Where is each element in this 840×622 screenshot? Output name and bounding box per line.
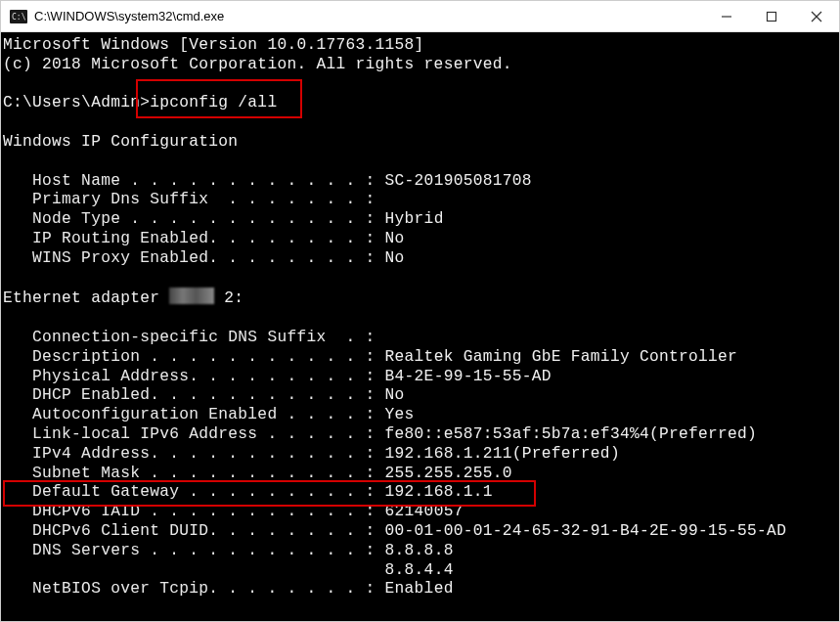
desc-label: Description . . . . . . . . . . . :	[3, 348, 385, 366]
iaid-label: DHCPv6 IAID . . . . . . . . . . . :	[3, 503, 385, 520]
llv6-label: Link-local IPv6 Address . . . . . :	[3, 425, 385, 443]
phys-label: Physical Address. . . . . . . . . :	[3, 368, 385, 385]
svg-text:C:\: C:\	[12, 13, 26, 22]
gateway-value: 192.168.1.1	[385, 483, 493, 501]
subnet-label: Subnet Mask . . . . . . . . . . . :	[3, 465, 385, 482]
dns-label: DNS Servers . . . . . . . . . . . :	[3, 542, 385, 559]
ipv4-label: IPv4 Address. . . . . . . . . . . :	[3, 445, 385, 463]
prompt-path: C:\Users\Admin>	[3, 94, 150, 111]
netbios-label: NetBIOS over Tcpip. . . . . . . . :	[3, 580, 385, 598]
minimize-button[interactable]	[704, 1, 749, 31]
iprouting-value: No	[385, 230, 405, 247]
connspec-label: Connection-specific DNS Suffix . :	[3, 329, 376, 346]
llv6-value: fe80::e587:53af:5b7a:ef34%4(Preferred)	[385, 425, 758, 443]
subnet-value: 255.255.255.0	[385, 465, 512, 482]
hostname-label: Host Name . . . . . . . . . . . . :	[3, 172, 385, 190]
titlebar[interactable]: C:\ C:\WINDOWS\system32\cmd.exe	[1, 1, 839, 32]
autoconf-label: Autoconfiguration Enabled . . . . :	[3, 406, 385, 423]
iprouting-label: IP Routing Enabled. . . . . . . . :	[3, 230, 385, 247]
cmd-window: C:\ C:\WINDOWS\system32\cmd.exe Microsof…	[0, 0, 840, 622]
dns-indent	[3, 561, 385, 579]
line-version: Microsoft Windows [Version 10.0.17763.11…	[3, 36, 424, 54]
line-copyright: (c) 2018 Microsoft Corporation. All righ…	[3, 56, 512, 73]
window-title: C:\WINDOWS\system32\cmd.exe	[34, 9, 224, 23]
cmd-icon: C:\	[9, 9, 28, 24]
winsproxy-label: WINS Proxy Enabled. . . . . . . . :	[3, 249, 385, 267]
primarydns-label: Primary Dns Suffix . . . . . . . :	[3, 191, 376, 208]
gateway-label: Default Gateway . . . . . . . . . :	[3, 483, 385, 501]
autoconf-value: Yes	[385, 406, 415, 423]
redacted-adapter-name	[169, 288, 214, 304]
ipv4-value: 192.168.1.211(Preferred)	[385, 445, 620, 463]
dns-value2: 8.8.4.4	[385, 561, 454, 579]
maximize-button[interactable]	[749, 1, 794, 31]
window-buttons	[704, 1, 839, 31]
netbios-value: Enabled	[385, 580, 454, 598]
section-wincfg: Windows IP Configuration	[3, 133, 238, 151]
phys-value: B4-2E-99-15-55-AD	[385, 368, 552, 385]
iaid-value: 62140057	[385, 503, 464, 520]
hostname-value: SC-201905081708	[385, 172, 532, 190]
dhcp-value: No	[385, 386, 405, 404]
nodetype-value: Hybrid	[385, 210, 444, 228]
nodetype-label: Node Type . . . . . . . . . . . . :	[3, 210, 385, 228]
section-adapter-post: 2:	[214, 289, 243, 307]
prompt-command: ipconfig /all	[150, 94, 277, 111]
desc-value: Realtek Gaming GbE Family Controller	[385, 348, 738, 366]
dhcp-label: DHCP Enabled. . . . . . . . . . . :	[3, 386, 385, 404]
section-adapter-pre: Ethernet adapter	[3, 289, 169, 307]
duid-label: DHCPv6 Client DUID. . . . . . . . :	[3, 522, 385, 540]
winsproxy-value: No	[385, 249, 405, 267]
duid-value: 00-01-00-01-24-65-32-91-B4-2E-99-15-55-A…	[385, 522, 787, 540]
dns-value1: 8.8.8.8	[385, 542, 454, 559]
console-area[interactable]: Microsoft Windows [Version 10.0.17763.11…	[1, 32, 839, 621]
close-button[interactable]	[794, 1, 839, 31]
svg-rect-3	[768, 12, 776, 21]
